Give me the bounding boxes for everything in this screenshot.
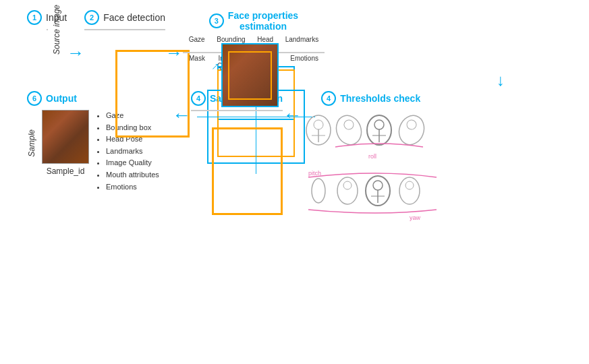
output-item-emotions: Emotions — [106, 181, 159, 193]
step1-image-wrap: Source image — [47, 29, 48, 30]
face-detect-image — [84, 29, 165, 30]
source-image — [47, 29, 48, 30]
step3-circle: 3 — [209, 13, 224, 28]
step1-circle: 1 — [27, 10, 42, 25]
step2-label: Face detection — [103, 12, 165, 23]
step6-label: Output — [46, 93, 77, 104]
step2-header: 2 Face detection — [84, 10, 165, 25]
svg-text:roll: roll — [368, 153, 376, 160]
thresholds-svg: roll pitch — [302, 110, 440, 221]
landmarks-top-label: Landmarks — [285, 36, 318, 51]
output-item-mouthattr: Mouth attributes — [106, 169, 159, 181]
step1-col: 1 Input Source image — [27, 10, 67, 30]
step2-col: 2 Face detection — [84, 10, 165, 30]
inset-face-image — [221, 43, 279, 107]
svg-point-1 — [314, 120, 323, 129]
svg-point-17 — [373, 181, 383, 190]
inset-bbox — [228, 51, 272, 100]
svg-point-4 — [333, 112, 366, 148]
svg-text:yaw: yaw — [410, 214, 421, 221]
mask-bottom-label: Mask — [189, 55, 205, 69]
output-item-imgquality: Image Quality — [106, 157, 159, 169]
svg-point-11 — [405, 119, 418, 131]
output-thumb-wrap: Sample Sample_id — [27, 110, 89, 176]
step3-label: Face propertiesestimation — [228, 10, 298, 32]
down-arrow-icon: ↓ — [497, 71, 505, 90]
top-section: 1 Input Source image → 2 Face detection … — [7, 7, 582, 69]
thumb-and-id: Sample_id — [42, 110, 89, 176]
svg-text:pitch: pitch — [308, 170, 321, 177]
svg-point-21 — [405, 181, 414, 189]
sample-id-label: Sample_id — [47, 166, 85, 176]
output-item-landmarks: Landmarks — [106, 146, 159, 158]
step6-header: 6 Output — [27, 91, 77, 106]
svg-point-7 — [374, 120, 384, 129]
step3-header: 3 Face propertiesestimation — [209, 10, 298, 32]
sample-vertical-label: Sample — [27, 129, 36, 157]
output-thumb-row: Sample_id — [39, 110, 89, 176]
step6-circle: 6 — [27, 91, 42, 106]
arrow-1-2: → — [67, 44, 84, 61]
step4b-circle: 4 — [191, 91, 206, 106]
sample-creation-image: → — [191, 110, 283, 111]
step4a-label: Thresholds check — [340, 93, 420, 104]
step2-circle: 2 — [84, 10, 99, 25]
gaze-top-label: Gaze — [189, 36, 205, 51]
bounding-box-overlay — [115, 50, 190, 138]
step4a-col: 4 Thresholds check — [302, 91, 440, 221]
step4a-circle: 4 — [321, 91, 336, 106]
svg-point-5 — [343, 119, 355, 131]
svg-point-10 — [395, 112, 428, 148]
output-thumbnail — [42, 110, 89, 164]
pipeline-container: 1 Input Source image → 2 Face detection … — [0, 0, 589, 364]
step4a-header: 4 Thresholds check — [321, 91, 420, 106]
source-image-label: Source image — [52, 5, 61, 55]
svg-point-15 — [343, 181, 352, 189]
svg-point-13 — [312, 179, 325, 203]
sample-creation-bbox — [212, 127, 283, 215]
thresholds-visual: roll pitch — [302, 110, 440, 221]
